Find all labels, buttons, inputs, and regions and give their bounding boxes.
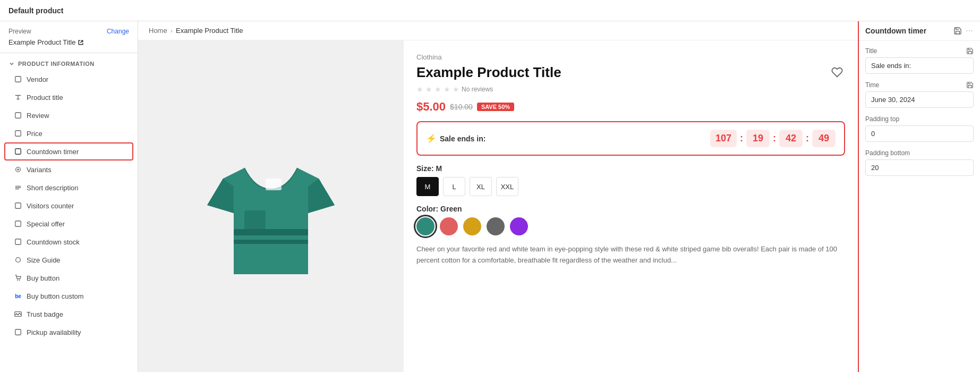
sidebar-item-size-guide[interactable]: Size Guide	[0, 251, 138, 269]
sidebar-item-trust-badge[interactable]: Trust badge	[0, 305, 138, 323]
save-icon-btn[interactable]	[953, 27, 962, 35]
sidebar-item-review[interactable]: Review	[0, 106, 138, 124]
field-padding-top-input[interactable]	[865, 125, 974, 142]
countdown-block: ⚡ Sale ends in: 107 : 19 : 42 : 49	[416, 121, 845, 156]
external-link-icon	[78, 39, 84, 46]
ellipsis-icon	[965, 27, 974, 35]
sidebar-item-short-description[interactable]: Short description	[0, 179, 138, 197]
color-green[interactable]	[416, 217, 434, 235]
breadcrumb-current: Example Product Title	[176, 27, 243, 35]
sidebar-item-label: Size Guide	[27, 256, 61, 264]
list-icon	[14, 183, 22, 192]
sidebar-item-label: Pickup availability	[27, 328, 81, 336]
product-vendor: Clothina	[416, 53, 845, 61]
sidebar-list: PRODUCT INFORMATION Vendor Product title	[0, 53, 138, 372]
tshirt-svg	[191, 136, 351, 295]
size-section: Size: M M L XL XXL	[416, 164, 845, 196]
countdown-numbers: 107 : 19 : 42 : 49	[494, 130, 836, 147]
size-btn-xl[interactable]: XL	[470, 177, 492, 196]
cart-icon	[14, 274, 22, 282]
color-purple[interactable]	[510, 217, 528, 235]
product-image	[191, 136, 351, 295]
sidebar: Preview Change Example Product Title PRO…	[0, 21, 138, 372]
sidebar-item-label: Buy button custom	[27, 292, 84, 300]
sidebar-item-price[interactable]: Price	[0, 124, 138, 142]
breadcrumb-home[interactable]: Home	[149, 27, 167, 35]
svg-rect-0	[15, 77, 21, 82]
field-time-input[interactable]	[865, 91, 974, 108]
countdown-colon-1: :	[740, 133, 743, 144]
sidebar-item-buy-button[interactable]: Buy button	[0, 269, 138, 287]
field-padding-bottom-input[interactable]	[865, 159, 974, 176]
svg-rect-13	[15, 329, 21, 335]
sidebar-item-label: Product title	[27, 94, 63, 102]
svg-rect-1	[15, 113, 21, 119]
svg-point-11	[19, 280, 20, 281]
sidebar-item-buy-button-custom[interactable]: be Buy button custom	[0, 287, 138, 305]
page-title: Default product	[8, 6, 63, 15]
color-label-combined: Color: Green	[416, 205, 462, 213]
countdown-hours: 19	[746, 130, 770, 147]
size-btn-m[interactable]: M	[416, 177, 439, 196]
color-yellow[interactable]	[463, 217, 481, 235]
field-title-group: Title	[865, 47, 974, 74]
corner-icon	[14, 75, 22, 83]
svg-rect-17	[266, 179, 282, 190]
product-title-row: Example Product Title	[416, 64, 845, 81]
settings-icon	[14, 165, 22, 174]
size-btn-xxl[interactable]: XXL	[496, 177, 518, 196]
svg-rect-6	[15, 203, 21, 209]
star-5: ★	[453, 85, 459, 94]
corner-icon	[14, 219, 22, 228]
svg-rect-14	[244, 210, 266, 229]
sidebar-item-countdown-stock[interactable]: Countdown stock	[0, 233, 138, 251]
sidebar-item-variants[interactable]: Variants	[0, 160, 138, 179]
field-title-input[interactable]	[865, 57, 974, 74]
countdown-seconds: 49	[812, 130, 836, 147]
heart-icon	[831, 66, 843, 78]
color-options	[416, 217, 845, 235]
color-label: Color: Green	[416, 205, 845, 213]
wishlist-button[interactable]	[829, 64, 845, 80]
svg-rect-8	[15, 239, 21, 245]
sidebar-product-link[interactable]: Example Product Title	[8, 38, 129, 46]
field-padding-top-label: Padding top	[865, 115, 974, 123]
sidebar-item-visitors-counter[interactable]: Visitors counter	[0, 197, 138, 215]
countdown-colon-3: :	[806, 133, 809, 144]
svg-rect-15	[234, 229, 308, 235]
more-options-btn[interactable]	[965, 27, 974, 35]
sidebar-preview-row: Preview Change	[8, 28, 129, 35]
save-icon	[953, 27, 962, 35]
field-padding-top-label-text: Padding top	[865, 115, 899, 123]
sidebar-product-name: Example Product Title	[8, 38, 75, 46]
circle-icon	[14, 256, 22, 264]
text-t-icon	[14, 93, 22, 102]
sidebar-item-product-title[interactable]: Product title	[0, 88, 138, 106]
product-stars: ★ ★ ★ ★ ★ No reviews	[416, 85, 845, 94]
sidebar-item-pickup-availability[interactable]: Pickup availability	[0, 323, 138, 341]
product-details: Clothina Example Product Title ★ ★ ★ ★ ★	[404, 40, 858, 372]
sidebar-item-countdown-timer[interactable]: Countdown timer	[4, 142, 133, 160]
sidebar-item-label: Visitors counter	[27, 202, 74, 210]
sidebar-item-vendor[interactable]: Vendor	[0, 70, 138, 88]
change-button[interactable]: Change	[107, 28, 129, 35]
save-small-icon-2	[966, 81, 974, 89]
color-gray[interactable]	[487, 217, 505, 235]
sidebar-item-label: Countdown timer	[27, 148, 79, 156]
countdown-minutes: 42	[779, 130, 803, 147]
countdown-label: ⚡ Sale ends in:	[426, 133, 485, 143]
sidebar-item-special-offer[interactable]: Special offer	[0, 215, 138, 233]
corner-icon	[14, 201, 22, 210]
sidebar-item-label: Short description	[27, 184, 79, 192]
corner-icon	[14, 238, 22, 246]
sidebar-item-label: Vendor	[27, 75, 48, 83]
star-2: ★	[425, 85, 432, 94]
color-red[interactable]	[440, 217, 458, 235]
star-3: ★	[434, 85, 441, 94]
size-btn-l[interactable]: L	[443, 177, 465, 196]
right-panel-body: Title Time P	[859, 41, 980, 190]
svg-rect-16	[234, 240, 308, 244]
price-original: $10.00	[450, 103, 473, 111]
section-header-product-info[interactable]: PRODUCT INFORMATION	[0, 57, 138, 70]
svg-point-10	[17, 280, 18, 281]
